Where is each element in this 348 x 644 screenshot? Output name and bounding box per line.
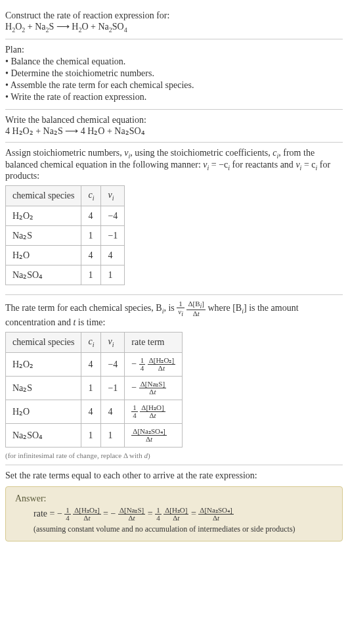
cell-c: 4 (81, 400, 101, 424)
cell-species: Na₂SO₄ (6, 424, 81, 448)
cell-nu: 4 (101, 246, 125, 265)
den: Δt (139, 388, 166, 396)
table-row: Na₂SO₄ 1 1 Δ[Na₂SO₄]Δt (6, 424, 183, 448)
frac: Δ[H₂O₂]Δt (148, 357, 175, 372)
table-row: H₂O₂ 4 −4 − 14 Δ[H₂O₂]Δt (6, 353, 183, 377)
cell-rate: − Δ[Na₂S]Δt (125, 377, 183, 400)
t: t (217, 514, 219, 522)
t: t (88, 514, 90, 522)
frac: 14 (64, 507, 71, 522)
txt: ] (202, 300, 204, 308)
den: Δt (163, 515, 188, 522)
den: 4 (64, 515, 71, 522)
cell-species: H₂O (6, 400, 81, 424)
txt: where [B (207, 304, 242, 313)
eq-part: O + Na (81, 22, 108, 32)
eq-part: H (5, 22, 12, 32)
intro-section: Construct the rate of reaction expressio… (5, 5, 343, 39)
cell-c: 1 (81, 226, 101, 246)
den: Δt (148, 365, 175, 372)
txt: for reactants and (230, 160, 295, 170)
eq: = (103, 509, 110, 518)
cell-rate: 14 Δ[H₂O]Δt (125, 400, 183, 424)
frac: 14 (139, 357, 146, 372)
txt: Δ[B (188, 300, 200, 308)
plan-item: • Balance the chemical equation. (5, 57, 343, 67)
th-nu: νi (101, 186, 125, 206)
rateterm-note: (for infinitesimal rate of change, repla… (5, 451, 343, 459)
txt: Δ (149, 411, 154, 419)
balanced-header: Write the balanced chemical equation: (5, 115, 343, 126)
neg: − (110, 509, 116, 518)
eq-part: + Na (25, 22, 45, 32)
t: t (198, 310, 200, 317)
num: Δ[Bi] (186, 300, 206, 310)
frac: 14 (131, 404, 138, 419)
cell-c: 4 (81, 206, 101, 226)
cell-species: H₂O (6, 246, 81, 265)
den: Δt (140, 412, 165, 419)
eq: = (148, 509, 155, 518)
sub-i: i (93, 341, 95, 348)
cell-species: Na₂SO₄ (6, 265, 81, 285)
cell-c: 1 (81, 265, 101, 285)
th-nu: νi (101, 333, 125, 353)
cell-c: 1 (81, 377, 101, 400)
frac: Δ[H₂O]Δt (140, 404, 165, 419)
txt: The rate term for each chemical species,… (5, 304, 162, 313)
den: νi (177, 308, 185, 317)
answer-rate: rate = − 14 Δ[H₂O₂]Δt = − Δ[Na₂S]Δt = 14… (15, 507, 333, 522)
den: Δt (131, 436, 166, 443)
answer-box: Answer: rate = − 14 Δ[H₂O₂]Δt = − Δ[Na₂S… (5, 486, 343, 541)
intro-equation: H2O2 + Na2S ⟶ H2O + Na2SO4 (5, 21, 343, 34)
cell-nu: 1 (101, 424, 125, 448)
neg: − (57, 509, 62, 518)
t: t (154, 411, 156, 419)
final-section: Set the rate terms equal to each other t… (5, 465, 343, 541)
sub-i: i (112, 195, 114, 202)
den: Δt (198, 515, 233, 522)
table-header-row: chemical species ci νi (6, 186, 125, 206)
cell-nu: −4 (101, 206, 125, 226)
den: 4 (131, 412, 138, 419)
plan-section: Plan: • Balance the chemical equation. •… (5, 39, 343, 110)
t: t (163, 364, 165, 372)
frac: 14 (155, 507, 162, 522)
den: Δt (73, 515, 100, 522)
eq-part: S ⟶ H (49, 22, 78, 32)
rateterm-text: The rate term for each chemical species,… (5, 300, 343, 328)
answer-note: (assuming constant volume and no accumul… (15, 524, 333, 534)
plan-item: • Assemble the rate term for each chemic… (5, 80, 343, 91)
plan-item: • Determine the stoichiometric numbers. (5, 68, 343, 79)
frac-1-over-nu: 1νi (177, 300, 185, 317)
intro-title: Construct the rate of reaction expressio… (5, 11, 343, 21)
txt: Δ (213, 514, 217, 522)
stoich-table: chemical species ci νi H₂O₂4−4 Na₂S1−1 H… (5, 185, 125, 285)
table-row: H₂O44 (6, 246, 125, 265)
plan-item: • Write the rate of reaction expression. (5, 92, 343, 103)
cell-c: 4 (81, 246, 101, 265)
cell-nu: 1 (101, 265, 125, 285)
cell-species: H₂O₂ (6, 206, 81, 226)
frac: Δ[H₂O₂]Δt (73, 507, 100, 522)
cell-nu: −1 (101, 377, 125, 400)
table-row: Na₂S 1 −1 − Δ[Na₂S]Δt (6, 377, 183, 400)
frac: Δ[H₂O]Δt (163, 507, 188, 522)
sub-i: i (112, 341, 114, 348)
txt: is time: (76, 317, 105, 327)
balanced-equation: 4 H₂O₂ + Na₂S ⟶ 4 H₂O + Na₂SO₄ (5, 126, 343, 137)
sub-i: i (93, 195, 95, 202)
t: t (133, 514, 135, 522)
th-c: ci (81, 333, 101, 353)
cell-nu: −4 (101, 353, 125, 377)
cell-rate: − 14 Δ[H₂O₂]Δt (125, 353, 183, 377)
th-species: chemical species (6, 186, 81, 206)
cell-species: Na₂S (6, 377, 81, 400)
eq: = (191, 509, 198, 518)
balanced-section: Write the balanced chemical equation: 4 … (5, 110, 343, 143)
txt: Δ (193, 310, 198, 317)
th-species: chemical species (6, 333, 81, 353)
frac-dBi-dt: Δ[Bi]Δt (186, 300, 206, 317)
eq-part: SO (112, 22, 124, 32)
d: d (144, 451, 148, 459)
